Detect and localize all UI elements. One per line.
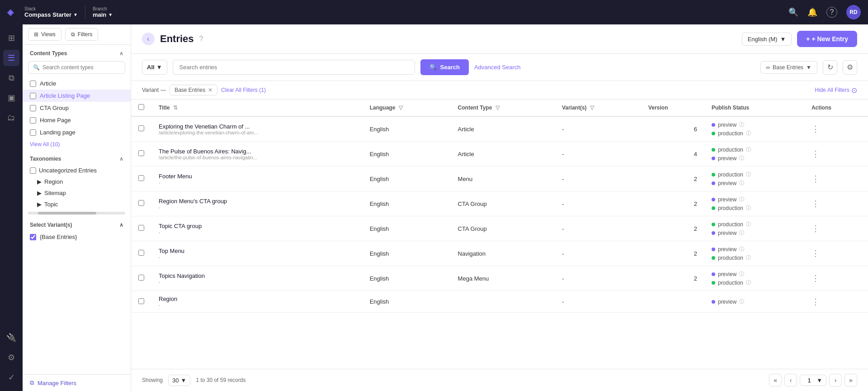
actions-menu-button[interactable]: ⋮: [811, 274, 820, 283]
per-page-selector[interactable]: 30 ▼: [168, 375, 190, 386]
filters-button[interactable]: ⧉ Filters: [65, 28, 99, 41]
last-page-button[interactable]: »: [844, 374, 857, 386]
select-all-checkbox[interactable]: [138, 104, 144, 110]
icon-bar-settings[interactable]: ⚙: [3, 349, 19, 366]
publish-info-icon[interactable]: ⓘ: [746, 171, 751, 178]
publish-info-icon[interactable]: ⓘ: [739, 298, 744, 305]
manage-filters-bar[interactable]: ⧉ Manage Filters: [23, 374, 131, 391]
all-selector[interactable]: All ▼: [142, 60, 167, 75]
row-checkbox[interactable]: [138, 250, 144, 256]
content-type-landing-page[interactable]: Landing page: [23, 126, 131, 138]
publish-dot: [712, 148, 715, 152]
publish-badge: previewⓘ: [712, 196, 797, 203]
icon-bar-box[interactable]: ▣: [3, 90, 19, 106]
actions-menu-button[interactable]: ⋮: [811, 149, 820, 158]
icon-bar-files[interactable]: 🗂: [3, 110, 19, 126]
variant-base-entries-checkbox[interactable]: [30, 234, 36, 240]
clear-filters-button[interactable]: Clear All Filters (1): [221, 87, 266, 93]
publish-info-icon[interactable]: ⓘ: [746, 279, 751, 286]
prev-page-button[interactable]: ‹: [784, 374, 797, 386]
content-type-home-page[interactable]: Home Page: [23, 114, 131, 126]
search-icon[interactable]: 🔍: [788, 7, 798, 17]
help-icon[interactable]: ?: [826, 7, 837, 18]
publish-info-icon[interactable]: ⓘ: [739, 196, 744, 203]
taxonomy-region[interactable]: ▶ Region: [23, 176, 131, 187]
stack-name[interactable]: Compass Starter ▼: [24, 11, 78, 18]
publish-info-icon[interactable]: ⓘ: [739, 121, 744, 128]
icon-bar-extensions[interactable]: 🔌: [3, 329, 19, 346]
advanced-search-button[interactable]: Advanced Search: [474, 64, 521, 71]
publish-info-icon[interactable]: ⓘ: [746, 254, 751, 261]
row-checkbox[interactable]: [138, 225, 144, 231]
cta-group-checkbox[interactable]: [30, 105, 36, 111]
views-button[interactable]: ⊞ Views: [28, 28, 61, 41]
content-type-search-input[interactable]: [42, 64, 120, 71]
publish-info-icon[interactable]: ⓘ: [739, 271, 744, 277]
content-type-article[interactable]: Article: [23, 77, 131, 90]
article-checkbox[interactable]: [30, 81, 36, 87]
row-checkbox[interactable]: [138, 125, 144, 131]
row-checkbox[interactable]: [138, 298, 144, 304]
entry-language: English: [363, 142, 451, 167]
landing-page-checkbox[interactable]: [30, 129, 36, 136]
publish-info-icon[interactable]: ⓘ: [746, 130, 751, 137]
entry-variants: -: [555, 167, 641, 191]
icon-bar-layers[interactable]: ⧉: [3, 70, 19, 86]
select-variant-chevron[interactable]: ∧: [119, 222, 123, 228]
content-type-cta-group[interactable]: CTA Group: [23, 102, 131, 114]
row-checkbox[interactable]: [138, 150, 144, 156]
row-checkbox[interactable]: [138, 275, 144, 281]
branch-name[interactable]: main ▼: [93, 11, 113, 18]
actions-menu-button[interactable]: ⋮: [811, 174, 820, 183]
actions-menu-button[interactable]: ⋮: [811, 224, 820, 233]
page-number-input[interactable]: [804, 377, 815, 384]
new-entry-button[interactable]: + + New Entry: [797, 31, 857, 47]
publish-info-icon[interactable]: ⓘ: [739, 229, 744, 236]
actions-menu-button[interactable]: ⋮: [811, 199, 820, 208]
actions-menu-button[interactable]: ⋮: [811, 124, 820, 134]
publish-badge: previewⓘ: [712, 229, 797, 236]
publish-info-icon[interactable]: ⓘ: [739, 180, 744, 186]
icon-bar-grid[interactable]: ⊞: [3, 30, 19, 46]
base-entries-selector[interactable]: ∞ Base Entries ▼: [760, 61, 818, 74]
taxonomy-uncategorized[interactable]: Uncategorized Entries: [23, 165, 131, 176]
view-all-link[interactable]: View All (10): [23, 138, 131, 150]
first-page-button[interactable]: «: [769, 374, 782, 386]
taxonomy-topic[interactable]: ▶ Topic: [23, 199, 131, 210]
home-page-checkbox[interactable]: [30, 117, 36, 124]
search-button[interactable]: 🔍 Search: [420, 59, 469, 75]
row-checkbox[interactable]: [138, 175, 144, 181]
publish-dot: [712, 157, 715, 160]
language-selector[interactable]: English (M) ▼: [742, 33, 792, 46]
publish-label: preview: [718, 230, 736, 236]
variant-base-entries[interactable]: {Base Entries}: [23, 231, 131, 243]
table-settings-button[interactable]: ⚙: [843, 60, 857, 75]
uncategorized-checkbox[interactable]: [30, 167, 36, 174]
next-page-button[interactable]: ›: [829, 374, 842, 386]
bell-icon[interactable]: 🔔: [807, 7, 817, 17]
content-type-article-listing[interactable]: Article Listing Page: [23, 90, 131, 102]
article-listing-checkbox[interactable]: [30, 93, 36, 99]
publish-info-icon[interactable]: ⓘ: [746, 205, 751, 211]
icon-bar-checklist[interactable]: ✓: [3, 369, 19, 386]
icon-bar-entries[interactable]: ☰: [3, 50, 19, 66]
entry-language: English: [363, 216, 451, 241]
publish-info-icon[interactable]: ⓘ: [746, 146, 751, 153]
remove-filter-icon[interactable]: ✕: [208, 87, 212, 93]
publish-info-icon[interactable]: ⓘ: [739, 246, 744, 253]
publish-info-icon[interactable]: ⓘ: [746, 221, 751, 228]
hide-filters-button[interactable]: Hide All Filters ⊙: [815, 86, 857, 95]
user-avatar[interactable]: RD: [846, 5, 861, 19]
row-checkbox[interactable]: [138, 200, 144, 206]
entries-search-input[interactable]: [173, 60, 415, 75]
sidebar-scrollbar-h[interactable]: [28, 212, 125, 215]
refresh-button[interactable]: ↻: [823, 60, 837, 75]
actions-menu-button[interactable]: ⋮: [811, 249, 820, 258]
entries-help-icon[interactable]: ?: [199, 35, 203, 43]
content-types-chevron[interactable]: ∧: [119, 50, 123, 57]
actions-menu-button[interactable]: ⋮: [811, 297, 820, 306]
taxonomies-chevron[interactable]: ∧: [119, 156, 123, 162]
back-button[interactable]: ‹: [142, 33, 155, 45]
taxonomy-sitemap[interactable]: ▶ Sitemap: [23, 187, 131, 199]
publish-info-icon[interactable]: ⓘ: [739, 155, 744, 162]
